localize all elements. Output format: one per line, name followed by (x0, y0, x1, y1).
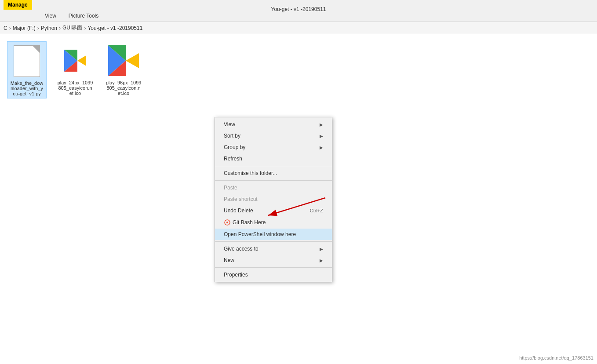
menu-git-bash[interactable]: Git Bash Here (215, 216, 332, 229)
menu-group-by[interactable]: Group by ▶ (215, 142, 332, 153)
breadcrumb-python[interactable]: Python (41, 25, 57, 31)
file-icon-play24 (58, 43, 93, 78)
menu-undo-shortcut: Ctrl+Z (310, 208, 323, 213)
menu-view[interactable]: View ▶ (215, 119, 332, 130)
window-title: You-get - v1 -20190511 (271, 6, 326, 12)
menu-groupby-arrow: ▶ (320, 145, 323, 150)
menu-give-access[interactable]: Give access to ▶ (215, 243, 332, 255)
git-icon (224, 219, 231, 226)
menu-properties[interactable]: Properties (215, 269, 332, 280)
menu-customise[interactable]: Customise this folder... (215, 167, 332, 179)
ribbon: Manage You-get - v1 -20190511 View Pictu… (0, 0, 597, 22)
menu-sep-4 (215, 267, 332, 268)
breadcrumb-youget[interactable]: You-get - v1 -20190511 (87, 25, 142, 31)
menu-sep-1 (215, 166, 332, 166)
play-icon-small (62, 47, 88, 74)
tab-picture-tools[interactable]: Picture Tools (62, 10, 105, 22)
svg-marker-6 (126, 53, 139, 68)
svg-marker-2 (77, 55, 86, 66)
menu-sortby-arrow: ▶ (320, 134, 323, 138)
menu-sep-2 (215, 180, 332, 181)
menu-paste[interactable]: Paste (215, 182, 332, 193)
file-icon-play96 (106, 43, 141, 78)
menu-undo-delete[interactable]: Undo Delete Ctrl+Z (215, 205, 332, 216)
file-icon-py (9, 44, 44, 79)
menu-giveaccess-arrow: ▶ (320, 247, 323, 251)
file-item-play24[interactable]: play_24px_1099805_easyicon.net.ico (55, 41, 95, 98)
file-label-play24: play_24px_1099805_easyicon.net.ico (57, 80, 93, 96)
menu-new-arrow: ▶ (320, 258, 323, 263)
menu-refresh[interactable]: Refresh (215, 153, 332, 164)
tab-view[interactable]: View (39, 10, 62, 22)
breadcrumb-major[interactable]: Major (F:) (13, 25, 36, 31)
menu-powershell[interactable]: Open PowerShell window here (215, 229, 332, 240)
file-area: Make_the_downloader_with_you-get_v1.py p… (0, 34, 597, 106)
breadcrumb-gui[interactable]: GUI界面 (62, 24, 82, 32)
watermark: https://blog.csdn.net/qq_17863151 (519, 355, 593, 360)
menu-view-arrow: ▶ (320, 122, 323, 127)
menu-sep-3 (215, 241, 332, 242)
menu-new[interactable]: New ▶ (215, 255, 332, 266)
breadcrumb-c[interactable]: C (4, 25, 7, 31)
file-label-play96: play_96px_1099805_easyicon.net.ico (106, 80, 142, 96)
generic-file-icon (14, 45, 40, 77)
file-item-py[interactable]: Make_the_downloader_with_you-get_v1.py (7, 41, 47, 98)
play-icon-large (106, 43, 141, 78)
file-label-py: Make_the_downloader_with_you-get_v1.py (9, 80, 44, 96)
breadcrumb: C › Major (F:) › Python › GUI界面 › You-ge… (0, 22, 597, 34)
menu-paste-shortcut[interactable]: Paste shortcut (215, 193, 332, 205)
context-menu: View ▶ Sort by ▶ Group by ▶ Refresh Cust… (215, 117, 332, 282)
manage-tab[interactable]: Manage (4, 0, 32, 10)
svg-point-9 (226, 222, 228, 223)
file-item-play96[interactable]: play_96px_1099805_easyicon.net.ico (104, 41, 143, 98)
menu-sort-by[interactable]: Sort by ▶ (215, 130, 332, 142)
